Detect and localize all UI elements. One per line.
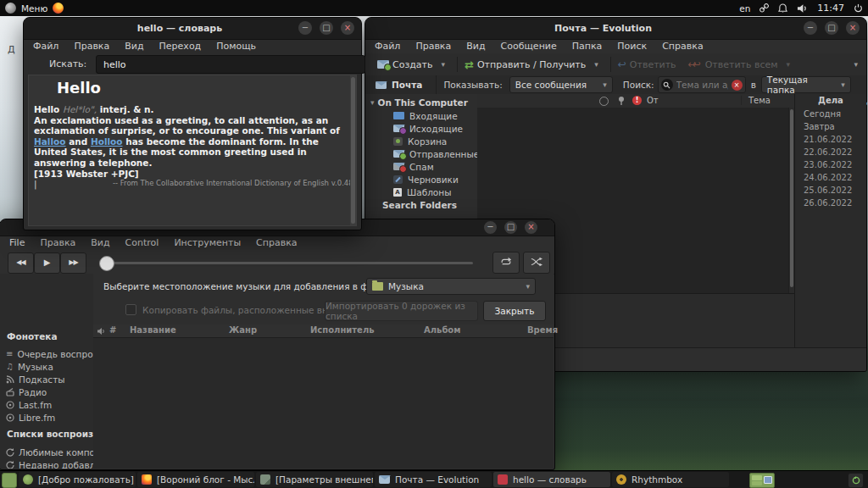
- menu-tools[interactable]: Инструменты: [166, 236, 248, 249]
- show-desktop-button[interactable]: [2, 473, 17, 488]
- search-field[interactable]: Тема или ад... ×: [658, 76, 746, 93]
- maximize-button[interactable]: □: [504, 221, 517, 234]
- folder-sent[interactable]: Отправленные: [365, 147, 477, 160]
- todo-row[interactable]: 21.06.2022: [804, 135, 852, 144]
- menu-search[interactable]: Поиск: [609, 40, 654, 53]
- workspace-switcher[interactable]: [749, 473, 775, 488]
- taskbar-item-editor[interactable]: [Параметры внешнего в...: [256, 472, 373, 487]
- minimize-button[interactable]: −: [804, 21, 817, 35]
- trash-applet[interactable]: [848, 473, 864, 488]
- close-button[interactable]: ×: [846, 21, 860, 35]
- minimize-button[interactable]: −: [484, 221, 497, 234]
- send-receive-chevron-icon[interactable]: ▾: [594, 60, 598, 69]
- close-button[interactable]: ×: [525, 221, 537, 234]
- link-halloo[interactable]: Halloo: [34, 136, 66, 147]
- sidebar-item-recently-added[interactable]: Недавно добавленные: [0, 458, 94, 469]
- mail-view-button[interactable]: Почта: [392, 80, 422, 90]
- folder-trash[interactable]: Корзина: [365, 135, 477, 147]
- sidebar-item-queue[interactable]: ≡Очередь воспроизведения: [0, 347, 94, 360]
- todo-header[interactable]: Дела: [795, 96, 866, 105]
- taskbar-item-evolution[interactable]: Почта — Evolution: [375, 472, 492, 487]
- next-button[interactable]: ▶▶: [60, 252, 86, 274]
- definition-scrollbar[interactable]: [350, 75, 356, 225]
- maximize-button[interactable]: □: [320, 21, 333, 35]
- menu-file[interactable]: Файл: [367, 40, 408, 53]
- desktop-icon-label[interactable]: Д: [8, 44, 15, 55]
- keyboard-layout-indicator[interactable]: en: [739, 3, 750, 14]
- status-column-icon[interactable]: [599, 97, 609, 106]
- maximize-button[interactable]: □: [825, 21, 838, 35]
- column-time[interactable]: Время: [527, 325, 558, 335]
- folder-templates[interactable]: A Шаблоны: [365, 186, 477, 198]
- sidebar-item-librefm[interactable]: Libre.fm: [0, 411, 94, 424]
- column-album[interactable]: Альбом: [424, 325, 460, 335]
- import-tracks-button[interactable]: Импортировать 0 дорожек из списка: [325, 301, 478, 321]
- copy-files-checkbox[interactable]: [125, 304, 136, 315]
- send-receive-button[interactable]: Отправить / Получить: [477, 59, 586, 70]
- todo-row[interactable]: 23.06.2022: [804, 160, 852, 169]
- folder-drafts[interactable]: Черновики: [365, 173, 477, 186]
- track-list[interactable]: [93, 338, 554, 469]
- todo-row[interactable]: 22.06.2022: [804, 147, 852, 157]
- menu-help[interactable]: Справка: [654, 40, 710, 53]
- seek-slider[interactable]: [102, 262, 473, 264]
- new-mail-button[interactable]: Создать: [392, 59, 433, 70]
- sidebar-item-lastfm[interactable]: Last.fm: [0, 398, 94, 411]
- link-holloo[interactable]: Holloo: [91, 136, 123, 147]
- repeat-button[interactable]: [492, 252, 520, 274]
- network-icon[interactable]: [760, 3, 769, 13]
- minimize-button[interactable]: −: [298, 21, 312, 35]
- menu-file[interactable]: File: [2, 236, 32, 249]
- todo-row[interactable]: 25.06.2022: [804, 186, 852, 195]
- menu-button[interactable]: Меню: [21, 3, 47, 14]
- todo-row[interactable]: 24.06.2022: [804, 173, 852, 182]
- folder-junk[interactable]: Спам: [365, 160, 477, 173]
- column-number[interactable]: #: [109, 325, 116, 335]
- new-mail-chevron-icon[interactable]: ▾: [442, 60, 446, 69]
- folder-search-folders[interactable]: Search Folders: [365, 198, 477, 211]
- dictionary-titlebar[interactable]: hello — словарь − □ ×: [24, 18, 361, 40]
- scope-dropdown[interactable]: Текущая папка ▾: [761, 76, 851, 93]
- search-input[interactable]: [96, 55, 365, 74]
- column-title[interactable]: Название: [130, 325, 176, 335]
- previous-button[interactable]: ◀◀: [8, 252, 34, 274]
- firefox-launcher-icon[interactable]: [53, 3, 64, 14]
- menu-control[interactable]: Control: [118, 236, 167, 249]
- speaker-column-icon[interactable]: [97, 327, 105, 336]
- sidebar-item-radio[interactable]: Радио: [0, 385, 94, 398]
- mint-menu-icon[interactable]: [5, 3, 16, 14]
- menu-go[interactable]: Переход: [152, 40, 209, 53]
- sidebar-item-music[interactable]: ♫Музыка: [0, 360, 94, 373]
- menu-edit[interactable]: Правка: [66, 40, 117, 53]
- expander-icon[interactable]: ▾: [370, 98, 375, 107]
- menu-file[interactable]: Файл: [25, 40, 66, 53]
- menu-view[interactable]: Вид: [83, 236, 117, 249]
- folder-root[interactable]: ▾ On This Computer: [365, 96, 477, 108]
- clear-search-icon[interactable]: ×: [732, 80, 743, 91]
- close-import-button[interactable]: Закрыть: [483, 301, 546, 321]
- taskbar-item-dictionary[interactable]: hello — словарь: [493, 472, 610, 487]
- reply-all-chevron-icon[interactable]: ▾: [787, 60, 791, 69]
- toolbar-overflow-chevron-icon[interactable]: ▾: [854, 60, 858, 69]
- menu-edit[interactable]: Правка: [408, 40, 459, 53]
- shuffle-button[interactable]: [523, 252, 550, 274]
- column-from[interactable]: От: [647, 96, 659, 105]
- seek-slider-handle[interactable]: [99, 256, 114, 271]
- reply-all-button[interactable]: Ответить всем: [705, 59, 778, 70]
- taskbar-item-welcome[interactable]: [Добро пожаловать]: [19, 472, 136, 487]
- show-dropdown[interactable]: Все сообщения ▾: [509, 76, 613, 93]
- menu-folder[interactable]: Папка: [565, 40, 610, 53]
- location-dropdown[interactable]: Музыка ▾: [366, 278, 536, 295]
- menu-edit[interactable]: Правка: [32, 236, 83, 249]
- folder-inbox[interactable]: Входящие: [365, 109, 477, 122]
- column-artist[interactable]: Исполнитель: [310, 325, 375, 335]
- important-column-icon[interactable]: !: [632, 96, 642, 105]
- menu-view[interactable]: Вид: [117, 40, 151, 53]
- sidebar-item-favorites[interactable]: Любимые композиции: [0, 446, 94, 458]
- power-icon[interactable]: [854, 3, 863, 13]
- taskbar-item-firefox[interactable]: [Вороний блог - Мысли,...: [137, 472, 254, 487]
- menu-message[interactable]: Сообщение: [493, 40, 565, 53]
- close-button[interactable]: ×: [341, 21, 354, 35]
- attachment-column-icon[interactable]: [618, 96, 625, 106]
- notifications-bell-icon[interactable]: [778, 3, 787, 14]
